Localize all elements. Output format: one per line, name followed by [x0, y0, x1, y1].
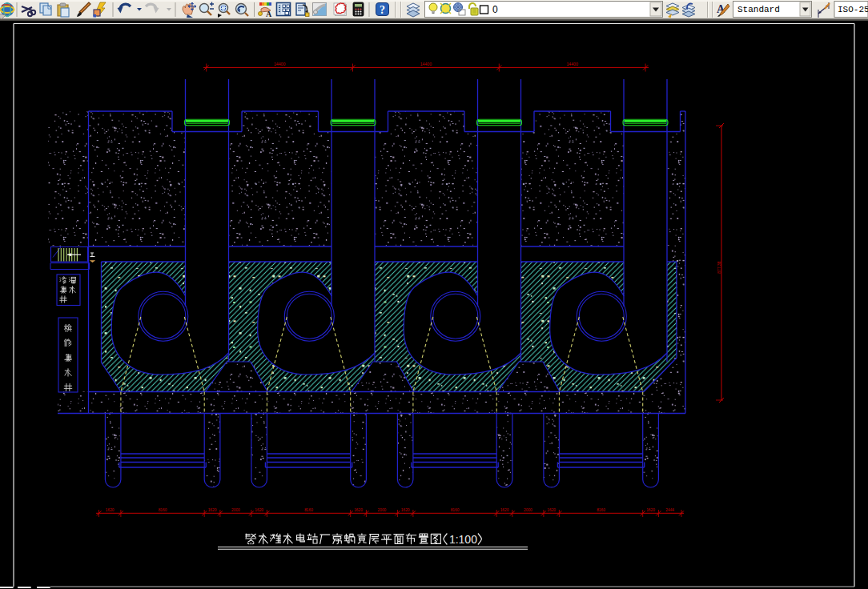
svg-text:1620: 1620: [255, 508, 263, 512]
svg-text:2000: 2000: [378, 508, 387, 512]
svg-text:Standard: Standard: [737, 5, 780, 14]
svg-text:0: 0: [492, 4, 498, 15]
svg-text:14400: 14400: [566, 62, 578, 66]
svg-text:2444: 2444: [665, 508, 674, 512]
svg-text:1620: 1620: [646, 508, 655, 512]
svg-text:1:100: 1:100: [449, 533, 477, 546]
svg-text:1620: 1620: [500, 508, 509, 512]
svg-text:14400: 14400: [420, 62, 432, 66]
svg-text:8160: 8160: [451, 508, 460, 512]
svg-text:8160: 8160: [159, 508, 167, 512]
svg-text:1620: 1620: [106, 508, 115, 512]
svg-text:1620: 1620: [401, 508, 410, 512]
svg-text:14400: 14400: [274, 62, 286, 66]
svg-text:1620: 1620: [208, 508, 217, 512]
svg-text:8160: 8160: [304, 508, 313, 512]
svg-text:ISO-25: ISO-25: [838, 5, 868, 14]
svg-text:1620: 1620: [547, 508, 556, 512]
svg-text:?: ?: [380, 4, 385, 16]
svg-text:8160: 8160: [597, 508, 605, 512]
svg-text:2000: 2000: [231, 508, 240, 512]
svg-text:877.38: 877.38: [717, 261, 721, 274]
svg-text:2000: 2000: [524, 508, 532, 512]
svg-text:A: A: [266, 10, 272, 18]
svg-text:1620: 1620: [354, 508, 363, 512]
